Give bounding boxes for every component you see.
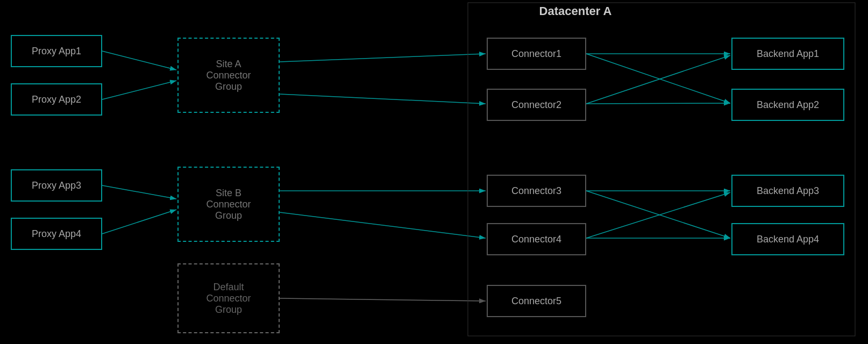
backend-app4-node: Backend App4 <box>731 223 844 255</box>
diagram-container: Datacenter A Proxy App1 Proxy App2 Proxy… <box>0 0 868 344</box>
proxy-app3-node: Proxy App3 <box>11 169 102 202</box>
svg-line-17 <box>586 192 730 238</box>
svg-line-16 <box>586 191 730 238</box>
svg-line-7 <box>280 94 486 104</box>
connector2-node: Connector2 <box>487 89 586 121</box>
default-connector-group-node: Default Connector Group <box>177 263 280 333</box>
proxy-app1-node: Proxy App1 <box>11 35 102 67</box>
connector4-node: Connector4 <box>487 223 586 255</box>
svg-line-4 <box>102 185 176 199</box>
connector1-node: Connector1 <box>487 38 586 70</box>
svg-line-13 <box>586 55 730 104</box>
svg-line-10 <box>280 298 486 301</box>
svg-line-3 <box>102 81 176 99</box>
svg-line-6 <box>280 54 486 62</box>
datacenter-label: Datacenter A <box>468 4 683 18</box>
proxy-app4-node: Proxy App4 <box>11 218 102 250</box>
svg-line-5 <box>102 210 176 234</box>
svg-line-12 <box>586 54 730 103</box>
connector5-node: Connector5 <box>487 285 586 317</box>
backend-app1-node: Backend App1 <box>731 38 844 70</box>
svg-line-9 <box>280 212 486 238</box>
site-b-connector-group-node: Site B Connector Group <box>177 167 280 242</box>
site-a-connector-group-node: Site A Connector Group <box>177 38 280 113</box>
connector3-node: Connector3 <box>487 175 586 207</box>
backend-app2-node: Backend App2 <box>731 89 844 121</box>
svg-line-2 <box>102 51 176 70</box>
backend-app3-node: Backend App3 <box>731 175 844 207</box>
proxy-app2-node: Proxy App2 <box>11 83 102 116</box>
svg-line-14 <box>586 103 730 104</box>
